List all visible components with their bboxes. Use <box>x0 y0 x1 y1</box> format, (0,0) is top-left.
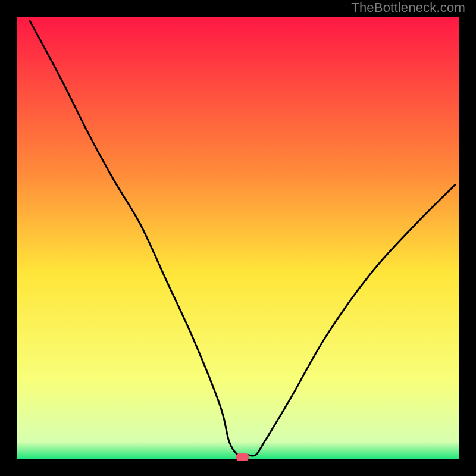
plot-background <box>17 17 459 459</box>
bottleneck-chart <box>0 0 476 476</box>
optimal-marker <box>236 453 249 461</box>
watermark-label: TheBottleneck.com <box>351 0 465 15</box>
chart-frame: TheBottleneck.com <box>0 0 476 476</box>
